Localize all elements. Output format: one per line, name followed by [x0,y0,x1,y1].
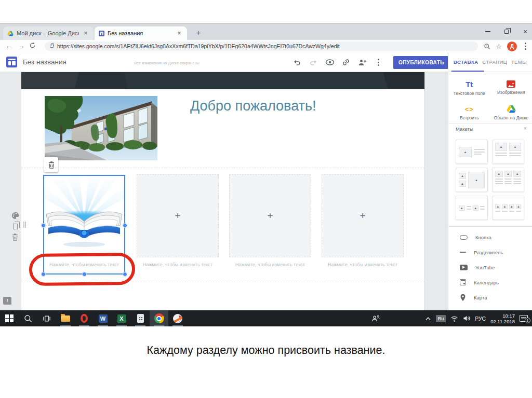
image-placeholder[interactable]: + [229,174,311,257]
window-minimize-button[interactable] [479,24,497,39]
restore-icon [504,30,509,34]
insert-button-widget[interactable]: Кнопка [448,232,532,242]
text-placeholder[interactable]: Нажмите, чтобы изменить текст [137,262,219,267]
editor-workspace: Добро пожаловать! [0,72,448,310]
back-button[interactable]: ← [4,42,14,51]
refresh-icon [29,42,36,49]
file-explorer-button[interactable] [56,310,75,326]
school-photo[interactable] [45,96,157,160]
excel-icon: X [117,314,126,323]
volume-icon[interactable] [463,315,470,322]
insert-map-widget[interactable]: Карта [448,292,532,303]
resize-handle-right[interactable] [123,223,127,228]
redo-button[interactable] [307,57,320,68]
taskbar-clock[interactable]: 10:17 02.11.2018 [490,313,515,324]
tab-strip: Мой диск – Google Диск × Без названия × … [0,24,532,40]
site-title[interactable]: Без названия [23,58,66,66]
opera-button[interactable] [75,310,94,326]
layout-thumbnail-2[interactable] [492,140,524,164]
tab-themes[interactable]: ТЕМЫ [511,59,527,65]
action-center-button[interactable]: 1 [520,315,528,322]
tab-title: Мой диск – Google Диск [17,30,79,36]
delete-section-button[interactable] [10,232,20,242]
window-restore-button[interactable] [498,24,515,39]
copy-link-button[interactable] [340,57,352,68]
forward-button[interactable]: → [17,42,26,51]
image-placeholder[interactable]: + [137,174,219,257]
calculator-button[interactable] [131,310,150,326]
insert-drive-object[interactable]: Объект на Диске [490,100,532,125]
calendar-icon [460,279,466,285]
tab-close-icon[interactable]: × [176,30,183,37]
layouts-title: Макеты [456,126,473,132]
layout-thumbnail-5[interactable] [456,196,488,220]
taskbar-search-button[interactable] [19,310,37,326]
site-header-banner[interactable] [21,72,424,89]
paint-button[interactable] [168,310,187,326]
layout-thumbnail-4[interactable] [492,168,524,192]
clock-time: 10:17 [502,313,515,319]
bookmark-star-icon[interactable]: ☆ [494,42,503,51]
insert-embed[interactable]: <> Встроить [448,100,490,125]
address-bar[interactable]: https://sites.google.com/s/1AEtZIU6ekt6J… [45,42,478,51]
tab-google-drive[interactable]: Мой диск – Google Диск × [3,26,94,40]
language-badge[interactable]: Ru [436,315,446,322]
layout-thumbnail-3[interactable] [456,168,488,192]
show-hidden-icons-chevron[interactable] [425,317,431,321]
start-button[interactable] [0,310,19,326]
save-status: Все изменения на Диске сохранены [134,61,200,65]
text-placeholder[interactable]: Нажмите, чтобы изменить текст [322,262,404,267]
tab-insert[interactable]: ВСТАВКА [454,59,478,65]
duplicate-icon [13,224,18,229]
word-icon: W [99,314,108,323]
insert-calendar-widget[interactable]: Календарь [448,277,532,287]
layout-thumbnail-1[interactable] [456,140,488,164]
tab-google-sites[interactable]: Без названия × [95,26,187,40]
task-view-button[interactable] [37,310,56,326]
section-drag-handle[interactable] [23,222,26,228]
layout-thumbnail-6[interactable] [492,196,524,220]
refresh-button[interactable] [29,42,38,51]
windows-taskbar: W X Ru РУС [0,310,532,326]
excel-button[interactable]: X [112,310,131,326]
delete-image-button[interactable] [44,157,58,172]
text-box-icon: Tt [466,80,473,89]
resize-handle-left[interactable] [41,223,46,228]
panel-tabs: ВСТАВКА СТРАНИЦ ТЕМЫ [448,52,532,72]
window-close-button[interactable]: × [516,24,532,39]
browser-menu-icon[interactable] [521,42,530,51]
wifi-icon[interactable] [450,315,458,322]
image-placeholder[interactable]: + [322,174,404,257]
new-tab-button[interactable]: + [193,28,204,38]
chrome-button[interactable] [150,310,168,326]
profile-avatar[interactable]: Д [507,42,517,51]
insert-panel: ВСТАВКА СТРАНИЦ ТЕМЫ Tt Текстовое поле И… [448,52,532,310]
preview-button[interactable] [324,57,336,68]
tab-pages[interactable]: СТРАНИЦ [482,59,507,65]
opera-icon [81,314,88,323]
tab-close-icon[interactable]: × [82,30,89,37]
divider-icon [460,252,466,253]
undo-button[interactable] [291,57,303,68]
language-indicator[interactable]: РУС [475,315,486,322]
more-options-button[interactable] [372,57,384,68]
browser-screenshot: Мой диск – Google Диск × Без названия × … [0,23,532,326]
people-button[interactable] [366,310,385,326]
insert-text-box[interactable]: Tt Текстовое поле [448,75,490,100]
site-canvas[interactable]: Добро пожаловать! [21,72,425,310]
google-sites-logo[interactable] [6,57,17,67]
zoom-out-icon[interactable] [482,42,491,51]
add-content-icon: + [360,210,365,222]
feedback-button[interactable]: ! [3,297,11,305]
word-button[interactable]: W [94,310,112,326]
insert-divider-widget[interactable]: Разделитель [448,247,532,257]
duplicate-section-button[interactable] [10,222,20,231]
insert-youtube-widget[interactable]: YouTube [448,262,532,272]
google-drive-icon [507,105,516,113]
welcome-title[interactable]: Добро пожаловать! [190,98,316,114]
layouts-close-icon[interactable]: × [524,125,527,131]
section-style-button[interactable] [10,211,20,220]
insert-images[interactable]: Изображения [490,75,532,100]
share-button[interactable] [356,57,368,68]
text-placeholder[interactable]: Нажмите, чтобы изменить текст [229,262,311,267]
